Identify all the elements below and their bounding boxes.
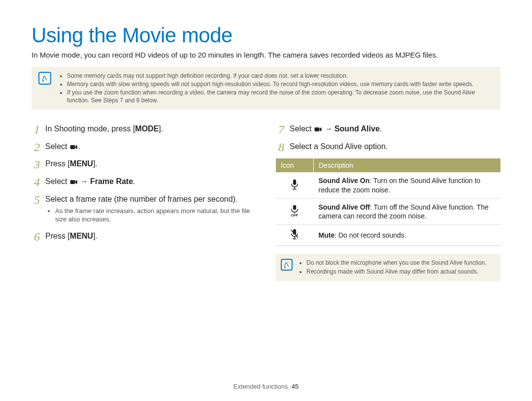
step-text: In Shooting mode, press [ — [45, 124, 135, 133]
mode-button-label: MODE — [135, 124, 159, 133]
right-column: 7 Select →Sound Alive. 8 Select a Sound … — [276, 123, 500, 281]
note-item: Do not block the microphone when you use… — [306, 259, 494, 267]
note-icon — [38, 72, 51, 85]
step-text: Press [ — [45, 159, 70, 168]
step-4: 4 Select →Frame Rate. — [32, 176, 256, 187]
table-row: Mute: Do not record sounds. — [276, 225, 500, 246]
note-item: Memory cards with slow writing speeds wi… — [67, 80, 492, 88]
step-3: 3 Press [MENU]. — [32, 158, 256, 169]
intro-text: In Movie mode, you can record HD videos … — [32, 50, 500, 60]
menu-button-label: MENU — [70, 232, 93, 240]
step-text: Press [ — [45, 232, 70, 240]
cell-description: Sound Alive Off: Turn off the Sound Aliv… — [314, 198, 501, 224]
cell-icon — [276, 172, 314, 198]
movie-icon — [70, 179, 78, 185]
step-text: Select — [290, 124, 314, 133]
left-column: 1 In Shooting mode, press [MODE]. 2 Sele… — [32, 123, 256, 281]
step-number: 8 — [276, 139, 287, 155]
step-text: Select a Sound Alive option. — [290, 142, 388, 151]
step-1: 1 In Shooting mode, press [MODE]. — [32, 123, 256, 134]
sound-alive-table: Icon Description Sound Alive On: Turn on… — [276, 158, 500, 246]
note-item: Some memory cards may not support high d… — [67, 72, 492, 80]
page-title: Using the Movie mode — [32, 24, 500, 47]
mic-mute-icon — [290, 229, 299, 240]
step-5: 5 Select a frame rate (the number of fra… — [32, 194, 256, 224]
step-7: 7 Select →Sound Alive. — [276, 123, 500, 134]
th-description: Description — [314, 158, 501, 172]
table-row: Sound Alive Off: Turn off the Sound Aliv… — [276, 198, 500, 224]
frame-rate-label: Frame Rate — [90, 177, 133, 185]
sound-alive-label: Sound Alive — [334, 124, 380, 133]
step-number: 6 — [32, 229, 42, 245]
mic-off-icon — [290, 205, 299, 216]
bottom-note-box: Do not block the microphone when you use… — [276, 254, 500, 280]
note-icon — [281, 259, 293, 271]
cell-description: Sound Alive On: Turn on the Sound Alive … — [314, 172, 501, 198]
movie-icon — [70, 144, 78, 151]
page-number: 45 — [292, 383, 299, 390]
menu-button-label: MENU — [70, 159, 93, 168]
step-number: 7 — [276, 122, 287, 137]
step-8: 8 Select a Sound Alive option. — [276, 141, 500, 152]
th-icon: Icon — [276, 158, 314, 172]
arrow-icon: → — [323, 124, 334, 133]
note-item: If you use the zoom function when record… — [67, 89, 492, 104]
movie-icon — [314, 126, 322, 133]
arrow-icon: → — [78, 177, 90, 185]
step-number: 1 — [32, 122, 42, 137]
mic-on-icon — [290, 179, 299, 190]
step-text: Select a frame rate (the number of frame… — [45, 195, 237, 203]
sub-note: As the frame rate increases, action appe… — [55, 207, 256, 224]
step-text: Select — [45, 142, 69, 151]
table-row: Sound Alive On: Turn on the Sound Alive … — [276, 172, 500, 198]
footer-section: Extended functions — [233, 383, 288, 390]
step-number: 4 — [32, 174, 42, 190]
cell-description: Mute: Do not record sounds. — [314, 225, 501, 246]
step-number: 5 — [32, 192, 42, 208]
step-number: 2 — [32, 139, 42, 155]
step-6: 6 Press [MENU]. — [32, 231, 256, 242]
step-2: 2 Select . — [32, 141, 256, 152]
cell-icon — [276, 225, 314, 246]
step-text: Select — [45, 177, 69, 185]
cell-icon — [276, 198, 314, 224]
step-number: 3 — [32, 156, 42, 172]
top-note-box: Some memory cards may not support high d… — [32, 67, 500, 110]
note-item: Recordings made with Sound Alive may dif… — [306, 268, 494, 276]
page-footer: Extended functions 45 — [0, 383, 532, 390]
